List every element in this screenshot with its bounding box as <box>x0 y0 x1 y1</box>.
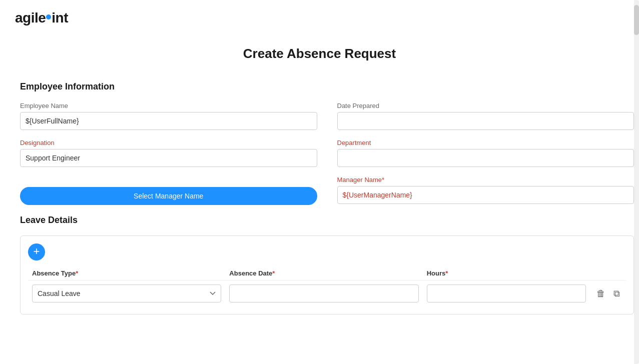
absence-type-cell: Casual Leave Sick Leave Annual Leave Eme… <box>28 280 225 307</box>
hours-cell <box>423 280 590 307</box>
designation-group: Designation <box>20 139 317 167</box>
absence-type-select[interactable]: Casual Leave Sick Leave Annual Leave Eme… <box>32 284 221 302</box>
logo: agileint <box>15 10 624 26</box>
employee-name-input[interactable] <box>20 112 317 130</box>
leave-table-wrapper: + Absence Type* Absence Date* <box>20 236 634 314</box>
select-manager-button[interactable]: Select Manager Name <box>20 187 317 205</box>
leave-details-section: Leave Details + Absence Type* Absen <box>20 215 634 314</box>
department-input[interactable] <box>337 149 634 167</box>
logo-dot <box>46 14 51 20</box>
employee-information-section: Employee Information Employee Name Date … <box>20 82 634 205</box>
delete-icon: 🗑 <box>596 288 605 298</box>
table-row: Casual Leave Sick Leave Annual Leave Eme… <box>28 280 626 307</box>
manager-name-label: Manager Name* <box>337 176 634 184</box>
manager-name-input[interactable] <box>337 186 634 204</box>
absence-date-input[interactable] <box>229 284 418 302</box>
date-prepared-label: Date Prepared <box>337 102 634 110</box>
employee-name-group: Employee Name <box>20 102 317 130</box>
table-header-row: Absence Type* Absence Date* Hours* <box>28 266 626 280</box>
absence-type-header: Absence Type* <box>28 266 225 280</box>
department-label: Department <box>337 139 634 146</box>
actions-header <box>590 266 626 280</box>
manager-name-group: Manager Name* <box>337 176 634 204</box>
page-title-section: Create Absence Request <box>0 31 639 72</box>
copy-icon: ⧉ <box>613 288 620 298</box>
actions-cell: 🗑 ⧉ <box>590 280 626 307</box>
delete-row-button[interactable]: 🗑 <box>594 286 607 301</box>
date-prepared-input[interactable] <box>337 112 634 130</box>
employee-name-label: Employee Name <box>20 102 317 110</box>
department-group: Department <box>337 139 634 167</box>
select-manager-group: Select Manager Name <box>20 176 317 205</box>
absence-date-cell <box>225 280 422 307</box>
absence-date-required-star: * <box>272 270 275 277</box>
designation-label: Designation <box>20 139 317 146</box>
plus-icon: + <box>34 246 40 257</box>
action-icons: 🗑 ⧉ <box>594 286 622 301</box>
header: agileint <box>0 0 639 31</box>
copy-row-button[interactable]: ⧉ <box>611 286 622 301</box>
add-row-button[interactable]: + <box>28 244 45 260</box>
logo-text-before: agile <box>15 10 46 26</box>
logo-text-after: int <box>52 10 68 26</box>
hours-input[interactable] <box>427 284 586 302</box>
absence-date-header: Absence Date* <box>225 266 422 280</box>
page-title: Create Absence Request <box>0 46 639 62</box>
hours-header: Hours* <box>423 266 590 280</box>
employee-section-title: Employee Information <box>20 82 634 92</box>
leave-table: Absence Type* Absence Date* Hours* <box>28 266 626 306</box>
absence-type-required-star: * <box>76 270 78 277</box>
leave-section-title: Leave Details <box>20 215 634 226</box>
date-prepared-group: Date Prepared <box>337 102 634 130</box>
hours-required-star: * <box>445 270 448 277</box>
designation-input[interactable] <box>20 149 317 167</box>
